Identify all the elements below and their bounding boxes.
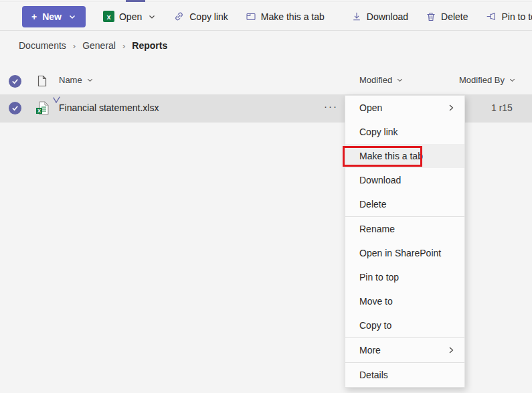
- menu-item-label: Rename: [359, 224, 395, 234]
- plus-icon: +: [31, 11, 37, 22]
- active-tab-indicator: [126, 0, 145, 2]
- file-name[interactable]: Financial statement.xlsx: [59, 102, 159, 113]
- breadcrumb-item-documents[interactable]: Documents: [19, 40, 66, 51]
- trash-icon: [426, 11, 436, 22]
- check-icon: [11, 78, 19, 85]
- new-button[interactable]: + New: [22, 6, 86, 27]
- context-menu: Open Copy link Make this a tab Download …: [345, 95, 465, 388]
- chevron-down-icon: [509, 76, 516, 84]
- menu-item-pin-to-top[interactable]: Pin to top: [345, 265, 464, 289]
- tab-icon: [246, 11, 256, 22]
- pin-icon: [486, 11, 497, 22]
- open-label: Open: [119, 11, 142, 22]
- column-header-modified-label: Modified: [359, 75, 392, 85]
- download-button[interactable]: Download: [351, 11, 408, 22]
- excel-file-icon: X: [35, 100, 50, 116]
- modified-by-value: 1 r15: [491, 102, 513, 113]
- chevron-down-icon: [148, 13, 156, 21]
- svg-text:X: X: [37, 108, 41, 114]
- file-list-header: Name Modified Modified By: [0, 70, 532, 94]
- menu-item-make-this-a-tab[interactable]: Make this a tab: [345, 144, 464, 168]
- menu-item-label: Copy to: [359, 320, 391, 331]
- files-toolbar: + New x Open Copy link Make this a tab D…: [0, 3, 532, 31]
- menu-item-label: Pin to top: [359, 272, 399, 283]
- select-all-checkbox[interactable]: [9, 75, 21, 88]
- open-button[interactable]: x Open: [103, 11, 156, 22]
- chevron-right-icon: ›: [122, 41, 125, 51]
- menu-item-move-to[interactable]: Move to: [345, 289, 464, 313]
- menu-item-copy-link[interactable]: Copy link: [345, 120, 464, 144]
- copy-link-label: Copy link: [189, 11, 228, 22]
- menu-item-label: Open: [359, 102, 382, 113]
- tab-strip: [0, 0, 532, 2]
- pin-to-top-button[interactable]: Pin to top: [486, 11, 532, 22]
- teams-files-screen: + New x Open Copy link Make this a tab D…: [0, 0, 532, 393]
- menu-item-open[interactable]: Open: [345, 96, 464, 120]
- column-header-modified-by[interactable]: Modified By: [459, 75, 516, 85]
- menu-item-label: More: [359, 345, 381, 356]
- document-icon: [36, 74, 48, 88]
- menu-item-delete[interactable]: Delete: [345, 192, 464, 216]
- menu-item-label: Delete: [359, 199, 386, 210]
- excel-icon: x: [103, 11, 114, 22]
- menu-item-copy-to[interactable]: Copy to: [345, 313, 464, 337]
- breadcrumb-item-reports: Reports: [132, 40, 167, 51]
- copy-link-button[interactable]: Copy link: [173, 11, 228, 22]
- new-button-label: New: [42, 11, 62, 22]
- chevron-right-icon: [447, 346, 455, 354]
- menu-item-more[interactable]: More: [345, 338, 464, 362]
- menu-item-label: Copy link: [359, 127, 398, 137]
- link-icon: [173, 11, 185, 22]
- menu-item-label: Make this a tab: [359, 151, 423, 161]
- menu-item-details[interactable]: Details: [345, 363, 464, 387]
- more-options-icon[interactable]: ···: [324, 100, 338, 112]
- chevron-right-icon: [447, 104, 455, 112]
- make-tab-label: Make this a tab: [261, 11, 325, 22]
- delete-button[interactable]: Delete: [426, 11, 468, 22]
- row-checkbox[interactable]: [9, 102, 21, 114]
- download-icon: [351, 11, 362, 22]
- column-header-modified[interactable]: Modified: [359, 75, 404, 85]
- make-tab-button[interactable]: Make this a tab: [246, 11, 325, 22]
- menu-item-label: Details: [359, 370, 388, 380]
- menu-item-download[interactable]: Download: [345, 168, 464, 192]
- chevron-down-icon: [68, 13, 76, 21]
- excel-icon-letter: x: [106, 13, 110, 21]
- pin-to-top-label: Pin to top: [502, 11, 532, 22]
- menu-item-label: Move to: [359, 296, 393, 307]
- column-header-name-label: Name: [59, 75, 82, 85]
- menu-item-rename[interactable]: Rename: [345, 217, 464, 241]
- column-header-name[interactable]: Name: [59, 75, 94, 85]
- download-label: Download: [367, 11, 408, 22]
- menu-item-label: Download: [359, 175, 401, 185]
- menu-item-label: Open in SharePoint: [359, 248, 441, 258]
- column-header-modified-by-label: Modified By: [459, 75, 505, 85]
- chevron-down-icon: [396, 76, 404, 84]
- delete-label: Delete: [441, 11, 468, 22]
- chevron-down-icon: [86, 76, 94, 84]
- breadcrumb: Documents › General › Reports: [19, 40, 167, 51]
- menu-item-open-in-sharepoint[interactable]: Open in SharePoint: [345, 241, 464, 265]
- breadcrumb-item-general[interactable]: General: [82, 40, 116, 51]
- check-icon: [11, 104, 19, 112]
- chevron-right-icon: ›: [73, 41, 76, 51]
